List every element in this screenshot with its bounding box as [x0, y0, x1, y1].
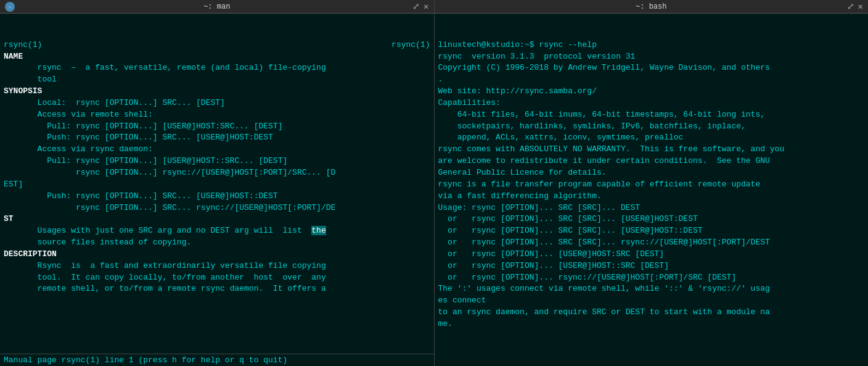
left-line-10: Push: rsync [OPTION...] SRC... [USER@]HO…: [4, 132, 430, 144]
right-pane: ~: bash ⤢ ✕ linuxtech@kstudio:~$ rsync -…: [435, 0, 869, 366]
left-pane: ~ ~: man ⤢ ✕ rsync(1)rsync(1)NAME rsync …: [0, 0, 435, 366]
left-header-right: rsync(1): [391, 40, 430, 51]
highlighted-the: the: [311, 226, 326, 235]
right-line-25: es connect: [438, 295, 865, 307]
left-line-2: rsync – a fast, versatile, remote (and l…: [4, 62, 430, 74]
right-terminal-content[interactable]: linuxtech@kstudio:~$ rsync --helprsync v…: [435, 14, 869, 366]
expand-icon-right[interactable]: ⤢: [847, 1, 854, 12]
expand-icon[interactable]: ⤢: [412, 1, 420, 12]
right-title-bar: ~: bash ⤢ ✕: [435, 0, 869, 14]
right-line-10: rsync comes with ABSOLUTELY NO WARRANTY.…: [438, 144, 865, 156]
right-window-controls[interactable]: ⤢ ✕: [847, 1, 863, 12]
left-line-1: NAME: [4, 51, 430, 63]
left-line-5: SYNOPSIS: [4, 86, 430, 98]
right-line-26: to an rsync daemon, and require SRC or D…: [438, 307, 865, 318]
right-line-22: or rsync [OPTION]... [USER@]HOST::SRC [D…: [438, 260, 865, 272]
right-line-19: or rsync [OPTION]... SRC [SRC]... [USER@…: [438, 225, 865, 237]
right-line-0: linuxtech@kstudio:~$ rsync --help: [438, 40, 865, 51]
right-line-20: or rsync [OPTION]... SRC [SRC]... rsync:…: [438, 237, 865, 249]
left-line-13: Pull: rsync [OPTION...] [USER@]HOST::SRC…: [4, 156, 430, 167]
right-line-21: or rsync [OPTION]... [USER@]HOST:SRC [DE…: [438, 249, 865, 260]
right-line-14: rsync is a file transfer program capable…: [438, 179, 865, 191]
right-line-23: or rsync [OPTION]... rsync://[USER@]HOST…: [438, 272, 865, 284]
right-line-1: rsync version 3.1.3 protocol version 31: [438, 51, 865, 63]
right-line-3: .: [438, 74, 865, 86]
status-bar: Manual page rsync(1) line 1 (press h for…: [0, 354, 434, 366]
left-window-controls[interactable]: ⤢ ✕: [412, 1, 428, 12]
left-line-22: source files instead of copying.: [4, 237, 430, 249]
left-title-bar: ~ ~: man ⤢ ✕: [0, 0, 434, 14]
right-line-18: or rsync [OPTION]... SRC [SRC]... [USER@…: [438, 214, 865, 225]
left-line-8: Access via remote shell:: [4, 109, 430, 121]
right-line-2: Copyright (C) 1996-2018 by Andrew Tridge…: [438, 62, 865, 74]
right-line-4: Web site: http://rsync.samba.org/: [438, 86, 865, 98]
left-line-18: rsync [OPTION...] SRC... rsync://[USER@]…: [4, 202, 430, 214]
right-line-17: Usage: rsync [OPTION]... SRC [SRC]... DE…: [438, 202, 865, 214]
close-icon-right[interactable]: ✕: [858, 1, 863, 12]
right-line-24: The ':' usages connect via remote shell,…: [438, 283, 865, 295]
left-line-19: ST: [4, 214, 430, 225]
right-line-15: via a fast differencing algorithm.: [438, 191, 865, 202]
right-pane-title: ~: bash: [636, 2, 666, 11]
right-line-27: me.: [438, 318, 865, 330]
left-line-24: DESCRIPTION: [4, 249, 430, 260]
left-line-15: EST]: [4, 179, 430, 191]
left-pane-title: ~: man: [203, 2, 230, 11]
left-line-17: Push: rsync [OPTION...] SRC... [USER@]HO…: [4, 191, 430, 202]
svg-text:~: ~: [9, 5, 11, 10]
left-line-12: Access via rsync daemon:: [4, 144, 430, 156]
terminal-icon: ~: [5, 2, 15, 12]
left-header-left: rsync(1): [4, 40, 42, 51]
right-line-8: append, ACLs, xattrs, iconv, symtimes, p…: [438, 132, 865, 144]
close-icon[interactable]: ✕: [424, 1, 428, 12]
left-line-3: tool: [4, 74, 430, 86]
left-line-25: Rsync is a fast and extraordinarily vers…: [4, 260, 430, 272]
left-line-21: Usages with just one SRC arg and no DEST…: [4, 225, 430, 237]
right-line-11: are welcome to redistribute it under cer…: [438, 156, 865, 167]
right-line-7: socketpairs, hardlinks, symlinks, IPv6, …: [438, 121, 865, 133]
right-line-5: Capabilities:: [438, 98, 865, 109]
terminal-container: ~ ~: man ⤢ ✕ rsync(1)rsync(1)NAME rsync …: [0, 0, 868, 366]
left-terminal-content[interactable]: rsync(1)rsync(1)NAME rsync – a fast, ver…: [0, 14, 434, 354]
right-line-12: General Public Licence for details.: [438, 167, 865, 179]
left-line-6: Local: rsync [OPTION...] SRC... [DEST]: [4, 98, 430, 109]
left-line-27: remote shell, or to/from a remote rsync …: [4, 283, 430, 295]
left-line-14: rsync [OPTION...] rsync://[USER@]HOST[:P…: [4, 167, 430, 179]
left-line-26: tool. It can copy locally, to/from anoth…: [4, 272, 430, 284]
right-line-6: 64-bit files, 64-bit inums, 64-bit times…: [438, 109, 865, 121]
left-line-9: Pull: rsync [OPTION...] [USER@]HOST:SRC.…: [4, 121, 430, 133]
